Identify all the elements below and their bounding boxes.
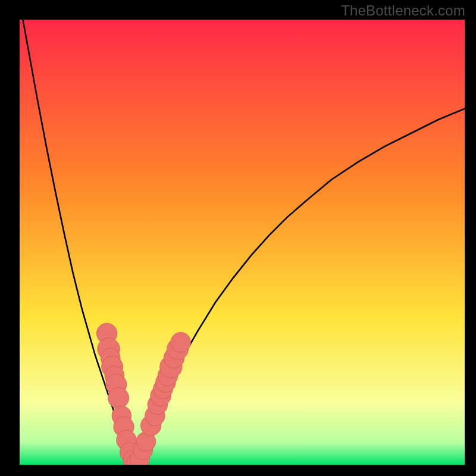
chart-frame: TheBottleneck.com	[0, 0, 476, 476]
plot-background	[20, 20, 465, 465]
bottleneck-chart	[0, 0, 476, 476]
data-marker	[171, 332, 191, 352]
data-marker	[108, 387, 129, 408]
watermark-text: TheBottleneck.com	[341, 2, 465, 19]
